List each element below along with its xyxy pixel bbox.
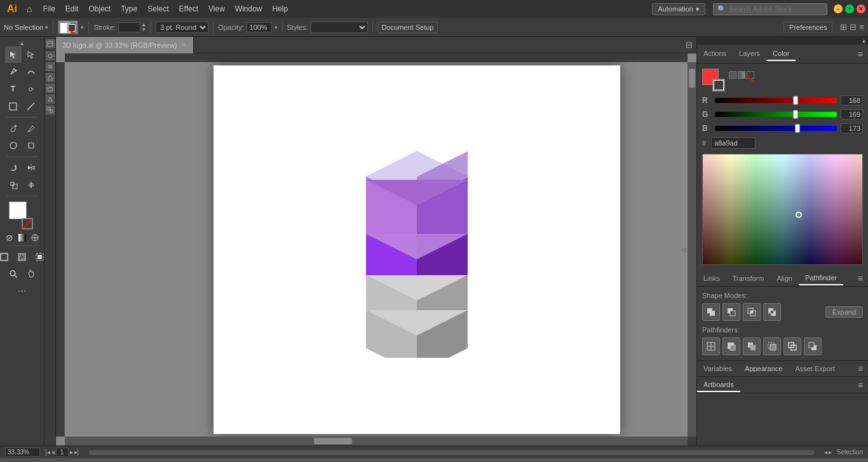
tab-appearance[interactable]: Appearance: [738, 362, 789, 375]
gradient-icon[interactable]: [17, 233, 27, 243]
collapsed-panel-3[interactable]: [46, 62, 55, 71]
tab-color[interactable]: Color: [766, 47, 796, 61]
collapsed-panel-1[interactable]: [46, 39, 55, 48]
nav-last-icon[interactable]: ▸|: [74, 449, 79, 456]
b-value-input[interactable]: [841, 123, 863, 133]
direct-selection-tool[interactable]: [23, 46, 39, 63]
unite-button[interactable]: [702, 303, 720, 321]
menu-object[interactable]: Object: [85, 3, 116, 15]
menu-help[interactable]: Help: [268, 3, 293, 15]
mesh-icon[interactable]: [30, 233, 40, 243]
trim-button[interactable]: [722, 337, 740, 355]
rectangle-tool[interactable]: [5, 98, 22, 114]
no-selection-dropdown[interactable]: No Selection ▾: [4, 24, 48, 31]
pathfinder-menu-icon[interactable]: ≡: [853, 271, 868, 286]
g-slider-thumb[interactable]: [793, 110, 798, 119]
panel-menu-icon[interactable]: ≡: [859, 22, 864, 32]
panel-menu-icon[interactable]: ≡: [853, 46, 868, 62]
maximize-button[interactable]: +: [845, 4, 854, 13]
none-icon[interactable]: ⊘: [4, 233, 15, 243]
curvature-tool[interactable]: [23, 64, 39, 80]
color-display[interactable]: [6, 201, 38, 229]
expand-button[interactable]: Expand: [825, 306, 863, 318]
exclude-button[interactable]: [763, 303, 781, 321]
minus-front-button[interactable]: [722, 303, 740, 321]
b-slider-thumb[interactable]: [795, 124, 800, 133]
canvas-tab-close-icon[interactable]: ✕: [181, 41, 187, 49]
align-icon[interactable]: ⊟: [850, 22, 857, 32]
canvas-content[interactable]: ◁: [56, 53, 696, 445]
nav-prev-icon[interactable]: ◂: [51, 449, 55, 456]
eraser-tool[interactable]: [23, 137, 39, 154]
rotate-tool[interactable]: [5, 160, 22, 176]
pt-select[interactable]: 3 pt. Round: [156, 22, 208, 33]
canvas-tab-main[interactable]: 3D logo.ai @ 33.33% (RGB/Preview) ✕: [56, 37, 194, 53]
stroke-input[interactable]: [118, 22, 140, 32]
tab-artboards[interactable]: Artboards: [697, 378, 740, 392]
color-mode-gradient[interactable]: [738, 71, 745, 79]
menu-window[interactable]: Window: [231, 3, 267, 15]
r-slider[interactable]: [715, 98, 837, 103]
tab-actions[interactable]: Actions: [697, 47, 733, 61]
canvas-scrollbar-vertical[interactable]: [688, 62, 696, 437]
tab-asset-export[interactable]: Asset Export: [789, 362, 841, 375]
close-button[interactable]: ✕: [857, 4, 865, 13]
r-value-input[interactable]: [841, 95, 863, 105]
home-icon[interactable]: ⌂: [27, 4, 32, 14]
arrange-icon[interactable]: ⊞: [840, 22, 847, 32]
canvas-scrollbar-horizontal[interactable]: [65, 437, 688, 445]
tab-align[interactable]: Align: [770, 272, 798, 285]
menu-edit[interactable]: Edit: [61, 3, 83, 15]
selection-tool[interactable]: [5, 46, 22, 63]
more-tools-dots[interactable]: ···: [18, 285, 26, 297]
artboards-menu-icon[interactable]: ≡: [853, 377, 868, 393]
page-input[interactable]: [56, 447, 69, 457]
fill-stroke-indicators[interactable]: [702, 69, 725, 92]
collapsed-panel-2[interactable]: [46, 51, 55, 60]
blob-brush-tool[interactable]: [5, 137, 22, 154]
document-setup-button[interactable]: Document Setup: [377, 22, 438, 33]
merge-button[interactable]: [743, 337, 761, 355]
draw-behind-tool[interactable]: [14, 248, 31, 265]
styles-select[interactable]: [311, 22, 368, 33]
tab-links[interactable]: Links: [697, 272, 726, 285]
swatch-chevron-icon[interactable]: ▾: [81, 24, 84, 31]
scroll-thumb-v[interactable]: [689, 69, 695, 88]
panel-resize-handle[interactable]: ◁: [680, 240, 688, 259]
collapsed-panel-5[interactable]: [46, 84, 55, 93]
tertiary-menu-icon[interactable]: ≡: [853, 361, 868, 376]
opacity-input[interactable]: [247, 22, 272, 32]
tools-scroll-up[interactable]: ▴: [6, 39, 38, 46]
divide-button[interactable]: [702, 337, 720, 355]
panel-top-expand-icon[interactable]: ▴: [862, 37, 865, 44]
hex-input[interactable]: [711, 137, 756, 149]
minimize-button[interactable]: −: [834, 4, 843, 13]
scroll-left-icon[interactable]: ◂: [824, 449, 827, 456]
fill-stroke-swatch[interactable]: [58, 20, 78, 34]
g-slider[interactable]: [715, 112, 837, 117]
collapsed-panel-6[interactable]: [46, 95, 55, 104]
automation-button[interactable]: Automation ▾: [652, 3, 705, 15]
zoom-input[interactable]: [5, 447, 40, 457]
stroke-down-icon[interactable]: ▼: [141, 27, 146, 32]
pencil-tool[interactable]: [23, 120, 39, 137]
b-slider[interactable]: [715, 126, 837, 131]
tab-variables[interactable]: Variables: [697, 362, 738, 375]
menu-type[interactable]: Type: [116, 3, 142, 15]
type-tool[interactable]: T: [5, 81, 22, 97]
draw-inside-tool[interactable]: [32, 248, 45, 265]
scale-tool[interactable]: [5, 177, 22, 193]
menu-select[interactable]: Select: [143, 3, 173, 15]
draw-normal-tool[interactable]: [0, 248, 13, 265]
collapsed-panel-4[interactable]: [46, 73, 55, 82]
reflect-tool[interactable]: [23, 160, 39, 176]
scroll-thumb-h[interactable]: [314, 438, 352, 444]
width-tool[interactable]: [23, 177, 39, 193]
touch-type-tool[interactable]: ⟳: [23, 81, 39, 97]
search-input[interactable]: [729, 5, 811, 13]
color-picker[interactable]: [702, 154, 863, 265]
menu-effect[interactable]: Effect: [175, 3, 203, 15]
g-value-input[interactable]: [841, 109, 863, 119]
collapsed-panel-7[interactable]: [46, 105, 55, 114]
zoom-tool[interactable]: [5, 266, 22, 282]
